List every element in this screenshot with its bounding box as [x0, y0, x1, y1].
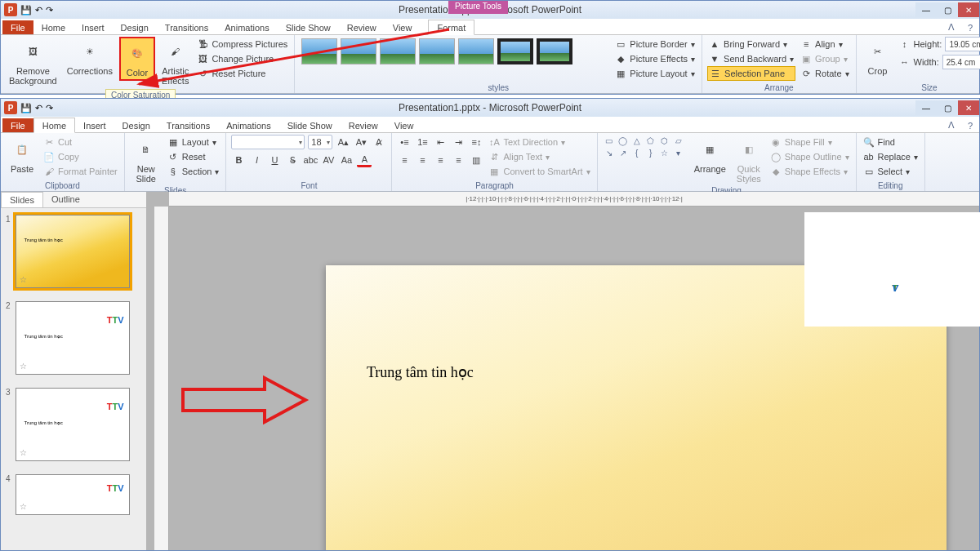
picture-effects-button[interactable]: ◆Picture Effects ▾	[613, 51, 697, 66]
replace-button[interactable]: abReplace ▾	[862, 149, 920, 164]
line-spacing-icon[interactable]: ≡↕	[469, 135, 483, 149]
redo-icon[interactable]: ↷	[46, 103, 53, 113]
indent-inc-icon[interactable]: ⇥	[451, 135, 466, 149]
send-backward-button[interactable]: ▼Send Backward ▾	[707, 51, 795, 66]
convert-smartart-button[interactable]: ▦Convert to SmartArt ▾	[487, 164, 591, 179]
italic-icon[interactable]: I	[249, 153, 264, 167]
group-button[interactable]: ▣Group ▾	[799, 51, 850, 66]
rotate-button[interactable]: ⟳Rotate ▾	[799, 66, 850, 81]
save-icon[interactable]: 💾	[20, 5, 32, 16]
slides-tab[interactable]: Slides	[1, 192, 43, 207]
tab-view[interactable]: View	[386, 118, 422, 132]
shape-fill-button[interactable]: ◉Shape Fill ▾	[768, 135, 851, 149]
picture-layout-button[interactable]: ▦Picture Layout ▾	[613, 66, 697, 81]
tab-slideshow[interactable]: Slide Show	[279, 118, 341, 132]
remove-background-button[interactable]: 🖼 Remove Background	[6, 37, 60, 87]
quick-styles-button[interactable]: ◧Quick Styles	[733, 135, 765, 185]
clear-format-icon[interactable]: A̷	[372, 135, 386, 149]
tab-home[interactable]: Home	[33, 118, 75, 133]
spacing-icon[interactable]: AV	[321, 153, 336, 167]
maximize-button[interactable]: ▢	[937, 2, 958, 17]
shape-outline-button[interactable]: ◯Shape Outline ▾	[768, 149, 851, 164]
slide-thumb-3[interactable]: 3 ☆TTVTrung tâm tin học	[1, 381, 146, 468]
find-button[interactable]: 🔍Find	[862, 135, 920, 149]
tab-design[interactable]: Design	[114, 118, 158, 132]
minimize-button[interactable]: —	[915, 100, 937, 115]
case-icon[interactable]: Aa	[339, 153, 354, 167]
picture-border-button[interactable]: ▭Picture Border ▾	[613, 37, 697, 51]
help-icon[interactable]: ?	[961, 21, 979, 34]
redo-icon[interactable]: ↷	[46, 5, 53, 16]
picture-styles-gallery[interactable]	[300, 37, 610, 66]
tab-review[interactable]: Review	[339, 20, 385, 34]
tab-insert[interactable]: Insert	[75, 118, 114, 132]
undo-icon[interactable]: ↶	[35, 5, 42, 16]
corrections-button[interactable]: ☀ Corrections	[64, 37, 116, 78]
layout-button[interactable]: ▦Layout ▾	[166, 135, 221, 149]
color-button[interactable]: 🎨 Color	[119, 37, 155, 81]
tab-insert[interactable]: Insert	[74, 20, 113, 34]
align-right-icon[interactable]: ≡	[433, 153, 448, 167]
close-button[interactable]: ✕	[958, 100, 979, 115]
align-left-icon[interactable]: ≡	[397, 153, 412, 167]
columns-icon[interactable]: ▥	[469, 153, 483, 167]
save-icon[interactable]: 💾	[20, 103, 32, 113]
tab-transitions[interactable]: Transitions	[157, 20, 216, 34]
grow-font-icon[interactable]: A▴	[336, 135, 350, 149]
shape-effects-button[interactable]: ◆Shape Effects ▾	[768, 164, 851, 179]
align-button[interactable]: ≡Align ▾	[799, 37, 850, 51]
tab-review[interactable]: Review	[341, 118, 386, 132]
bring-forward-button[interactable]: ▲Bring Forward ▾	[707, 37, 795, 51]
outline-tab[interactable]: Outline	[43, 192, 88, 207]
new-slide-button[interactable]: 🗎New Slide	[130, 135, 163, 185]
maximize-button[interactable]: ▢	[937, 100, 958, 115]
artistic-effects-button[interactable]: 🖌 Artistic Effects	[158, 37, 192, 87]
tab-transitions[interactable]: Transitions	[158, 118, 218, 132]
paste-button[interactable]: 📋Paste	[6, 135, 38, 176]
tab-slideshow[interactable]: Slide Show	[278, 20, 339, 34]
tab-file[interactable]: File	[2, 118, 33, 132]
strike-icon[interactable]: S̶	[285, 153, 300, 167]
cut-button[interactable]: ✂Cut	[42, 135, 119, 149]
shapes-gallery[interactable]: ▭◯△⬠⬡▱ ↘↗{}☆▾	[603, 135, 688, 158]
change-picture-button[interactable]: 🖼Change Picture	[195, 51, 289, 66]
selection-pane-button[interactable]: ☰Selection Pane	[707, 66, 795, 81]
indent-dec-icon[interactable]: ⇤	[433, 135, 448, 149]
text-direction-button[interactable]: ↕AText Direction ▾	[487, 135, 591, 149]
tab-home[interactable]: Home	[33, 20, 74, 34]
copy-button[interactable]: 📄Copy	[42, 149, 119, 164]
undo-icon[interactable]: ↶	[35, 103, 42, 113]
slide-text-content[interactable]: Trung tâm tin học	[367, 363, 474, 381]
section-button[interactable]: §Section ▾	[166, 164, 221, 179]
reset-picture-button[interactable]: ↺Reset Picture	[195, 66, 289, 81]
justify-icon[interactable]: ≡	[451, 153, 466, 167]
crop-button[interactable]: ✂ Crop	[862, 37, 894, 78]
close-button[interactable]: ✕	[958, 2, 979, 17]
ribbon-toggle-icon[interactable]: ᐱ	[942, 20, 961, 34]
numbering-icon[interactable]: 1≡	[415, 135, 430, 149]
slide-thumb-4[interactable]: 4 ☆TTV	[1, 468, 146, 522]
arrange-button[interactable]: ▦Arrange	[691, 135, 729, 176]
minimize-button[interactable]: —	[915, 2, 937, 17]
slide-thumb-2[interactable]: 2 ☆TTVTrung tâm tin học	[1, 295, 146, 381]
help-icon[interactable]: ?	[961, 119, 979, 132]
ribbon-toggle-icon[interactable]: ᐱ	[942, 118, 961, 132]
compress-pictures-button[interactable]: 🗜Compress Pictures	[195, 37, 289, 51]
underline-icon[interactable]: U	[267, 153, 282, 167]
tab-design[interactable]: Design	[113, 20, 157, 34]
select-button[interactable]: ▭Select ▾	[862, 164, 920, 179]
align-center-icon[interactable]: ≡	[415, 153, 430, 167]
font-color-icon[interactable]: A	[357, 153, 372, 167]
tab-view[interactable]: View	[385, 20, 421, 34]
font-size-combo[interactable]: 18	[308, 135, 332, 149]
tab-file[interactable]: File	[2, 20, 33, 34]
shadow-icon[interactable]: abc	[303, 153, 318, 167]
bold-icon[interactable]: B	[231, 153, 246, 167]
width-field[interactable]: ↔Width: 25.4 cm	[898, 55, 980, 69]
font-face-combo[interactable]	[231, 135, 305, 149]
tab-animations[interactable]: Animations	[216, 20, 277, 34]
tab-animations[interactable]: Animations	[218, 118, 278, 132]
reset-button[interactable]: ↺Reset	[166, 149, 221, 164]
format-painter-button[interactable]: 🖌Format Painter	[42, 164, 119, 179]
bullets-icon[interactable]: •≡	[397, 135, 412, 149]
